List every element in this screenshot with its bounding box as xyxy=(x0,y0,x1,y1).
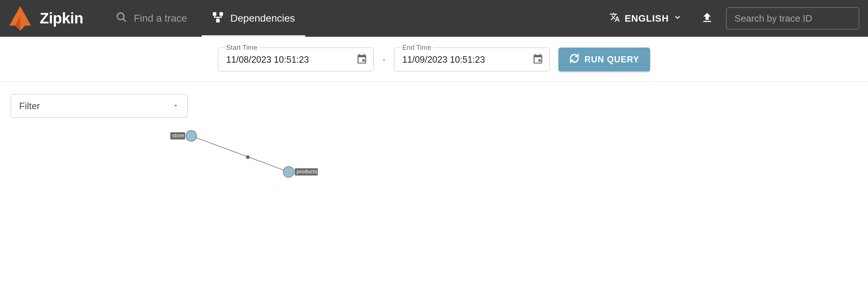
language-label: ENGLISH xyxy=(624,13,669,24)
start-time-label: Start Time xyxy=(224,44,260,52)
start-time-field[interactable]: Start Time 11/08/2023 10:51:23 xyxy=(218,48,374,71)
upload-button[interactable] xyxy=(693,11,722,26)
calendar-icon[interactable] xyxy=(532,53,544,66)
svg-rect-6 xyxy=(219,12,223,15)
svg-point-12 xyxy=(283,166,294,177)
svg-point-3 xyxy=(117,13,124,20)
end-time-field[interactable]: End Time 11/09/2023 10:51:23 xyxy=(394,48,550,71)
svg-line-4 xyxy=(123,19,126,22)
graph-node-store[interactable]: store xyxy=(170,130,197,141)
app-header: Zipkin Find a trace Dependencies xyxy=(0,0,868,37)
upload-icon xyxy=(701,11,714,26)
graph-node-label: products xyxy=(297,168,317,174)
end-time-label: End Time xyxy=(400,44,433,52)
dependencies-icon xyxy=(212,11,224,26)
svg-point-10 xyxy=(186,130,197,141)
nav-label: Dependencies xyxy=(231,13,295,24)
filter-placeholder: Filter xyxy=(19,101,40,112)
run-query-button[interactable]: RUN QUERY xyxy=(558,48,650,71)
graph-node-label: store xyxy=(172,132,184,138)
end-time-value: 11/09/2023 10:51:23 xyxy=(402,54,527,65)
search-trace-input[interactable] xyxy=(726,7,859,30)
graph-edge xyxy=(191,136,289,172)
svg-rect-8 xyxy=(362,59,365,62)
time-range-bar: Start Time 11/08/2023 10:51:23 - End Tim… xyxy=(0,37,868,82)
time-range-separator: - xyxy=(382,54,385,65)
graph-edge-midpoint xyxy=(246,155,250,159)
nav-label: Find a trace xyxy=(134,13,187,24)
content-area: Filter store products xyxy=(0,82,868,235)
brand-name: Zipkin xyxy=(40,10,83,27)
dropdown-arrow-icon xyxy=(172,101,179,112)
language-switcher[interactable]: ENGLISH xyxy=(603,12,688,25)
nav-find-trace[interactable]: Find a trace xyxy=(106,0,197,37)
svg-rect-9 xyxy=(538,59,541,62)
chevron-down-icon xyxy=(673,13,682,24)
graph-node-products[interactable]: products xyxy=(283,166,318,177)
brand-block: Zipkin xyxy=(9,5,83,31)
refresh-icon xyxy=(569,53,579,66)
calendar-icon[interactable] xyxy=(356,53,368,66)
translate-icon xyxy=(609,12,620,25)
run-query-label: RUN QUERY xyxy=(584,54,639,65)
filter-select[interactable]: Filter xyxy=(11,94,188,118)
nav-dependencies[interactable]: Dependencies xyxy=(202,0,305,37)
search-icon xyxy=(116,12,127,26)
svg-rect-7 xyxy=(216,19,220,22)
svg-rect-5 xyxy=(212,12,216,15)
zipkin-logo-icon xyxy=(9,5,32,31)
dependency-graph[interactable]: store products xyxy=(11,121,857,222)
start-time-value: 11/08/2023 10:51:23 xyxy=(226,54,351,65)
